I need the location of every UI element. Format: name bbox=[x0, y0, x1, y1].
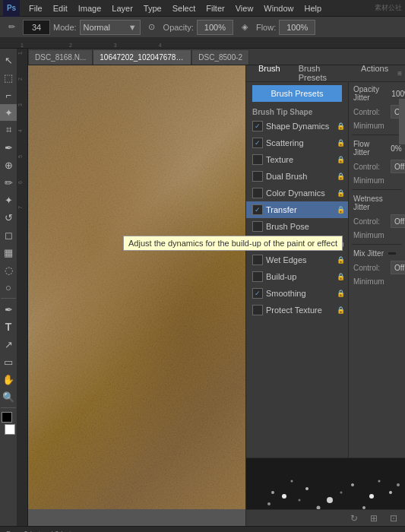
brush-tool-icon[interactable]: ✏ bbox=[3, 20, 20, 35]
preview-sync-icon[interactable]: ↻ bbox=[346, 511, 362, 526]
brush-size-input[interactable]: 34 bbox=[23, 20, 50, 35]
mode-value: Normal bbox=[84, 23, 110, 32]
brush-item-wet-edges[interactable]: Wet Edges 🔒 bbox=[246, 252, 348, 268]
menu-layer[interactable]: Layer bbox=[107, 2, 138, 14]
menu-filter[interactable]: Filter bbox=[201, 2, 229, 14]
mix-control-dropdown[interactable]: Off ▼ bbox=[391, 261, 405, 274]
smoothing-check: ✓ bbox=[252, 288, 263, 299]
canvas-tab-1[interactable]: DSC_8168.N... bbox=[28, 49, 93, 65]
menu-window[interactable]: Window bbox=[259, 2, 298, 14]
canvas-tab-3[interactable]: DSC_8500-2 bbox=[191, 49, 249, 65]
brush-item-noise[interactable]: Noise 🔒 bbox=[246, 235, 348, 252]
brush-tool[interactable]: ✏ bbox=[0, 174, 17, 191]
eyedropper-tool[interactable]: ✒ bbox=[0, 139, 17, 156]
flow-jitter-value: 0% bbox=[379, 144, 402, 153]
opacity-jitter-value: 100% bbox=[388, 90, 405, 98]
move-tool[interactable]: ↖ bbox=[0, 52, 17, 68]
flow-control-dropdown[interactable]: Off ▼ bbox=[391, 160, 405, 173]
canvas-image[interactable] bbox=[28, 65, 245, 509]
menu-image[interactable]: Image bbox=[74, 2, 106, 14]
toolbar: ✏ 34 Mode: Normal ▼ ⊙ Opacity: 100% ◈ Fl… bbox=[0, 17, 405, 38]
magic-wand-tool[interactable]: ✦ bbox=[0, 104, 17, 121]
tool-separator-2 bbox=[1, 407, 16, 408]
menu-edit[interactable]: Edit bbox=[49, 2, 72, 14]
svg-point-15 bbox=[299, 499, 301, 502]
opacity-input[interactable]: 100% bbox=[197, 20, 233, 35]
wetness-jitter-label: Wetness Jitter bbox=[353, 195, 391, 211]
protect-texture-label: Protect Texture bbox=[266, 306, 333, 315]
menu-view[interactable]: View bbox=[231, 2, 258, 14]
wetness-control-dropdown[interactable]: Off ▼ bbox=[391, 214, 405, 228]
mix-jitter-bar bbox=[388, 252, 396, 255]
blur-tool[interactable]: ◌ bbox=[0, 261, 17, 278]
brush-item-shape-dynamics[interactable]: ✓ Shape Dynamics 🔒 bbox=[246, 118, 348, 135]
svg-point-14 bbox=[271, 491, 274, 494]
opacity-jitter-row: Opacity Jitter 100% bbox=[352, 85, 402, 102]
svg-point-2 bbox=[282, 494, 286, 499]
tool-separator-1 bbox=[1, 298, 16, 299]
ruler-vertical: 1 2 3 4 5 6 7 bbox=[17, 49, 28, 526]
menu-file[interactable]: File bbox=[24, 2, 47, 14]
background-color[interactable] bbox=[5, 424, 15, 435]
hand-tool[interactable]: ✋ bbox=[0, 371, 17, 388]
mode-dropdown[interactable]: Normal ▼ bbox=[80, 20, 141, 35]
scroll-indicator bbox=[399, 99, 405, 144]
divider-3 bbox=[352, 244, 402, 245]
preview-settings-icon[interactable]: ⊡ bbox=[385, 511, 402, 526]
opacity-control-label: Control: bbox=[353, 108, 388, 116]
flow-input[interactable]: 100% bbox=[279, 20, 315, 35]
status-bar: Doc: 0 bytes / 0 bytes bbox=[0, 526, 405, 532]
buildup-lock: 🔒 bbox=[336, 272, 345, 281]
brush-item-scattering[interactable]: ✓ Scattering 🔒 bbox=[246, 135, 348, 151]
svg-point-4 bbox=[327, 497, 333, 503]
path-selection-tool[interactable]: ↗ bbox=[0, 336, 17, 353]
panel-collapse-button[interactable]: ≡ bbox=[397, 69, 402, 78]
brush-item-color-dynamics[interactable]: Color Dynamics 🔒 bbox=[246, 185, 348, 201]
foreground-color[interactable] bbox=[2, 412, 12, 423]
brush-item-buildup[interactable]: Build-up 🔒 bbox=[246, 268, 348, 285]
svg-point-7 bbox=[267, 502, 271, 505]
menu-help[interactable]: Help bbox=[299, 2, 326, 14]
airbrush-icon[interactable]: ⊙ bbox=[144, 20, 160, 35]
brush-item-protect-texture[interactable]: Protect Texture 🔒 bbox=[246, 302, 348, 318]
eraser-tool[interactable]: ◻ bbox=[0, 226, 17, 243]
brush-list: Brush Presets Brush Tip Shape ✓ Shape Dy… bbox=[246, 82, 349, 458]
wet-edges-label: Wet Edges bbox=[266, 255, 333, 264]
svg-point-13 bbox=[378, 480, 381, 483]
brush-item-transfer[interactable]: ✓ Transfer 🔒 bbox=[246, 201, 348, 218]
menu-select[interactable]: Select bbox=[168, 2, 201, 14]
brush-item-dual-brush[interactable]: Dual Brush 🔒 bbox=[246, 168, 348, 185]
noise-check bbox=[252, 238, 263, 249]
noise-lock: 🔒 bbox=[336, 239, 345, 248]
history-brush-tool[interactable]: ↺ bbox=[0, 209, 17, 226]
shape-dynamics-label: Shape Dynamics bbox=[266, 122, 333, 131]
text-tool[interactable]: T bbox=[0, 318, 17, 335]
preview-grid-icon[interactable]: ⊞ bbox=[365, 511, 382, 526]
shape-tool[interactable]: ▭ bbox=[0, 353, 17, 370]
dodge-tool[interactable]: ○ bbox=[0, 279, 17, 296]
opacity-jitter-label: Opacity Jitter bbox=[353, 85, 379, 102]
shape-dynamics-check: ✓ bbox=[252, 121, 263, 131]
pen-tool[interactable]: ✒ bbox=[0, 301, 17, 318]
crop-tool[interactable]: ⌗ bbox=[0, 122, 17, 138]
brush-presets-button[interactable]: Brush Presets bbox=[252, 85, 342, 102]
menu-type[interactable]: Type bbox=[139, 2, 166, 14]
stamp-tool[interactable]: ✦ bbox=[0, 192, 17, 208]
transfer-label: Transfer bbox=[266, 205, 333, 214]
opacity-pressure-icon[interactable]: ◈ bbox=[236, 20, 253, 35]
zoom-tool[interactable]: 🔍 bbox=[0, 388, 17, 405]
mix-jitter-row: Mix Jitter bbox=[352, 249, 402, 258]
healing-brush-tool[interactable]: ⊕ bbox=[0, 157, 17, 173]
app-logo: Ps bbox=[3, 0, 20, 17]
canvas-tab-2[interactable]: 10647202_10204767818379207_2909540113386… bbox=[93, 49, 191, 65]
selection-tool[interactable]: ⬚ bbox=[0, 69, 17, 86]
brush-panel: Brush Brush Presets Actions ≡ Brush Pres… bbox=[245, 65, 405, 526]
brush-item-texture[interactable]: Texture 🔒 bbox=[246, 151, 348, 168]
opacity-control-row: Control: Off ▼ bbox=[352, 105, 402, 119]
transfer-lock: 🔒 bbox=[336, 205, 345, 214]
brush-item-smoothing[interactable]: ✓ Smoothing 🔒 bbox=[246, 285, 348, 302]
gradient-tool[interactable]: ▦ bbox=[0, 244, 17, 261]
lasso-tool[interactable]: ⌐ bbox=[0, 87, 17, 103]
brush-item-brush-pose[interactable]: Brush Pose bbox=[246, 218, 348, 235]
svg-point-9 bbox=[291, 480, 293, 483]
